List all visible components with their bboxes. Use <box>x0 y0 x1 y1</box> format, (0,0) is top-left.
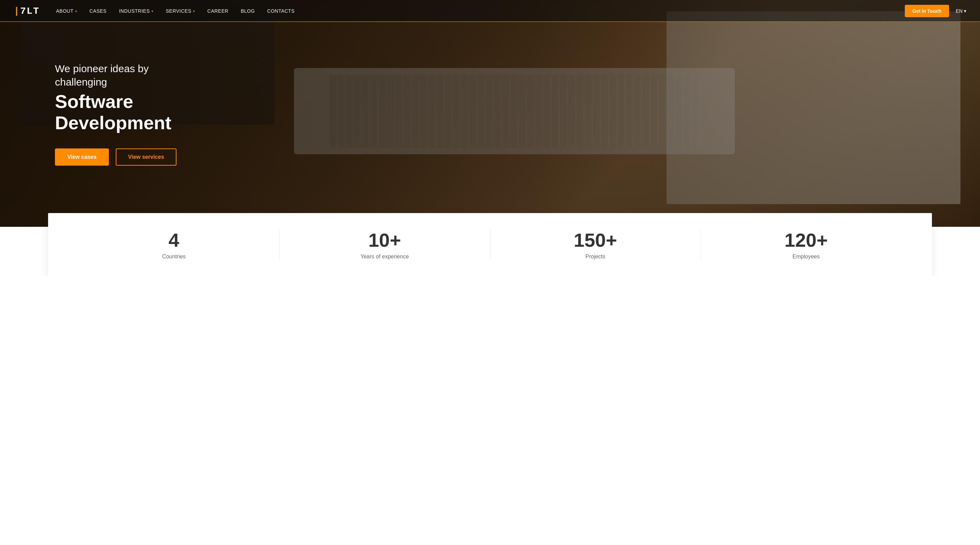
stat-countries-number: 4 <box>69 229 279 251</box>
language-selector[interactable]: EN ▾ <box>956 8 966 14</box>
stat-experience: 10+ Years of experience <box>280 229 490 260</box>
view-cases-button[interactable]: View cases <box>55 148 109 166</box>
logo-text: |7LT <box>14 6 40 16</box>
stat-employees: 120+ Employees <box>701 229 911 260</box>
nav-right: Get in Touch EN ▾ <box>905 5 966 17</box>
logo[interactable]: |7LT <box>14 6 40 16</box>
nav-links: ABOUT ▾ CASES INDUSTRIES ▾ SERVICES ▾ CA… <box>56 8 905 14</box>
stat-experience-label: Years of experience <box>280 253 490 260</box>
services-dropdown-icon: ▾ <box>193 9 195 13</box>
stats-bar: 4 Countries 10+ Years of experience 150+… <box>48 213 932 276</box>
hero-buttons: View cases View services <box>55 148 185 166</box>
stat-employees-label: Employees <box>701 253 911 260</box>
nav-about[interactable]: ABOUT ▾ <box>56 8 77 14</box>
about-dropdown-icon: ▾ <box>75 9 77 13</box>
get-in-touch-button[interactable]: Get in Touch <box>905 5 949 17</box>
stat-employees-number: 120+ <box>701 229 911 251</box>
lang-dropdown-icon: ▾ <box>964 8 966 14</box>
stat-projects: 150+ Projects <box>490 229 701 260</box>
hero-content: We pioneer ideas by challenging Software… <box>0 0 240 166</box>
hero-title: Software Development <box>55 91 185 133</box>
view-services-button[interactable]: View services <box>116 148 177 166</box>
stat-projects-number: 150+ <box>490 229 701 251</box>
stat-experience-number: 10+ <box>280 229 490 251</box>
stat-projects-label: Projects <box>490 253 701 260</box>
industries-dropdown-icon: ▾ <box>151 9 153 13</box>
nav-accent-line <box>0 21 980 22</box>
stat-countries: 4 Countries <box>69 229 280 260</box>
navbar: |7LT ABOUT ▾ CASES INDUSTRIES ▾ SERVICES… <box>0 0 980 22</box>
hero-section: We pioneer ideas by challenging Software… <box>0 0 980 227</box>
nav-career[interactable]: CAREER <box>207 8 228 14</box>
nav-cases[interactable]: CASES <box>89 8 107 14</box>
nav-blog[interactable]: BLOG <box>241 8 255 14</box>
stat-countries-label: Countries <box>69 253 279 260</box>
hero-subtitle: We pioneer ideas by challenging <box>55 62 185 89</box>
nav-services[interactable]: SERVICES ▾ <box>166 8 195 14</box>
nav-contacts[interactable]: CONTACTS <box>267 8 294 14</box>
nav-industries[interactable]: INDUSTRIES ▾ <box>119 8 153 14</box>
